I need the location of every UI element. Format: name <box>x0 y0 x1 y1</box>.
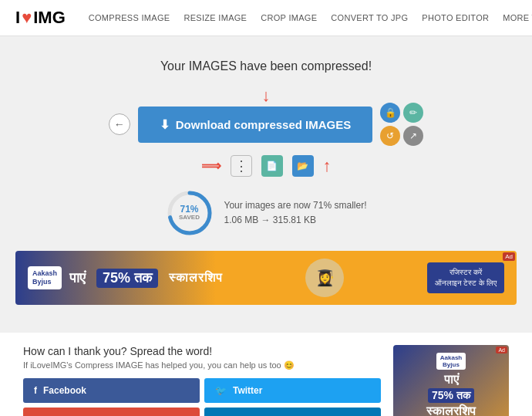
nav-resize[interactable]: RESIZE IMAGE <box>184 13 247 23</box>
share-title: How can I thank you? Spread the word! <box>23 345 381 357</box>
side-ad-highlight: 75% तक <box>428 388 474 403</box>
social-buttons: f Facebook 🐦 Twitter G Google in LinkedI… <box>23 378 381 416</box>
options-row: ⟹ ⋮ 📄 📂 ↑ <box>15 155 517 177</box>
nav-more[interactable]: MORE TOOLS <box>503 13 532 23</box>
header: I ♥ IMG COMPRESS IMAGE RESIZE IMAGE CROP… <box>0 0 532 36</box>
linkedin-button[interactable]: in LinkedIn <box>204 408 381 416</box>
logo-img: IMG <box>33 8 66 28</box>
ad-text-hindi: पाएं <box>69 270 86 286</box>
arrow-up-indicator: ↑ <box>323 156 332 176</box>
nav-crop[interactable]: CROP IMAGE <box>261 13 317 23</box>
progress-circle: 71% SAVED <box>166 189 214 237</box>
google-button[interactable]: G Google <box>23 408 200 416</box>
lock-icon-btn[interactable]: 🔒 <box>380 103 400 123</box>
arrow-right-indicator: ⟹ <box>201 157 221 174</box>
percent-label: 71% SAVED <box>179 205 200 222</box>
bottom-inner: How can I thank you? Spread the word! If… <box>15 345 517 416</box>
three-dots-icon: ⋮ <box>234 157 248 174</box>
side-ad-logo: Aakash Byjus <box>436 353 466 370</box>
share-section: How can I thank you? Spread the word! If… <box>23 345 381 416</box>
logo[interactable]: I ♥ IMG <box>15 8 66 28</box>
blue-file-icon: 📂 <box>297 161 308 171</box>
success-title: Your IMAGES have been compressed! <box>15 59 517 73</box>
facebook-icon: f <box>34 385 37 396</box>
download-icon: ⬇ <box>160 117 170 132</box>
nav-compress[interactable]: COMPRESS IMAGE <box>89 13 170 23</box>
teal-file-button[interactable]: 📄 <box>261 155 283 177</box>
edit-icon-btn[interactable]: ✏ <box>403 103 423 123</box>
ad-banner[interactable]: Aakash Byjus पाएं 75% तक स्कालरशिप 👩‍🎓 र… <box>15 251 517 305</box>
bottom-section: How can I thank you? Spread the word! If… <box>0 333 532 416</box>
twitter-button[interactable]: 🐦 Twitter <box>204 378 381 403</box>
back-arrow-icon: ← <box>114 118 125 130</box>
stats-text: Your images are now 71% smaller! 1.06 MB… <box>224 198 367 228</box>
ad-subtitle: स्कालरशिप <box>169 271 223 285</box>
twitter-icon: 🐦 <box>215 385 227 396</box>
logo-heart-icon: ♥ <box>22 8 32 28</box>
ad-register: रजिस्टर करें ऑनलाइन टेस्ट के लिए <box>427 262 504 293</box>
nav-editor[interactable]: PHOTO EDITOR <box>422 13 489 23</box>
reload-icon-btn[interactable]: ↺ <box>380 126 400 146</box>
main-nav: COMPRESS IMAGE RESIZE IMAGE CROP IMAGE C… <box>89 13 532 23</box>
ad-highlight: 75% तक <box>96 269 158 288</box>
ad-person-icon: 👩‍🎓 <box>305 259 344 297</box>
logo-i: I <box>15 8 20 28</box>
teal-file-icon: 📄 <box>266 161 278 171</box>
download-button[interactable]: ⬇ Download compressed IMAGES <box>138 107 373 143</box>
ad-badge: Ad <box>503 252 515 261</box>
main-area: Your IMAGES have been compressed! ↓ ← ⬇ … <box>0 36 532 333</box>
more-options-button[interactable]: ⋮ <box>231 155 252 177</box>
side-ad-badge: Ad <box>496 347 507 353</box>
facebook-button[interactable]: f Facebook <box>23 378 200 403</box>
share-subtitle: If iLoveIMG's Compress IMAGE has helped … <box>23 360 381 370</box>
ad-banner-left: Aakash Byjus पाएं 75% तक स्कालरशिप <box>28 266 223 289</box>
action-row: ← ⬇ Download compressed IMAGES 🔒 ✏ ↺ ↗ <box>15 103 517 146</box>
side-ad-text1: पाएं <box>444 373 459 387</box>
share-icon-btn[interactable]: ↗ <box>403 126 423 146</box>
side-ad-subtitle: स्कालरशिप <box>426 404 476 416</box>
action-icons: 🔒 ✏ ↺ ↗ <box>380 103 423 146</box>
stats-row: 71% SAVED Your images are now 71% smalle… <box>15 189 517 237</box>
blue-file-button[interactable]: 📂 <box>292 155 314 177</box>
side-ad[interactable]: Ad Aakash Byjus पाएं 75% तक स्कालरशिप 👩‍… <box>393 345 509 416</box>
ad-logo: Aakash Byjus <box>28 266 62 289</box>
back-button[interactable]: ← <box>109 113 130 135</box>
nav-convert[interactable]: CONVERT TO JPG <box>331 13 408 23</box>
